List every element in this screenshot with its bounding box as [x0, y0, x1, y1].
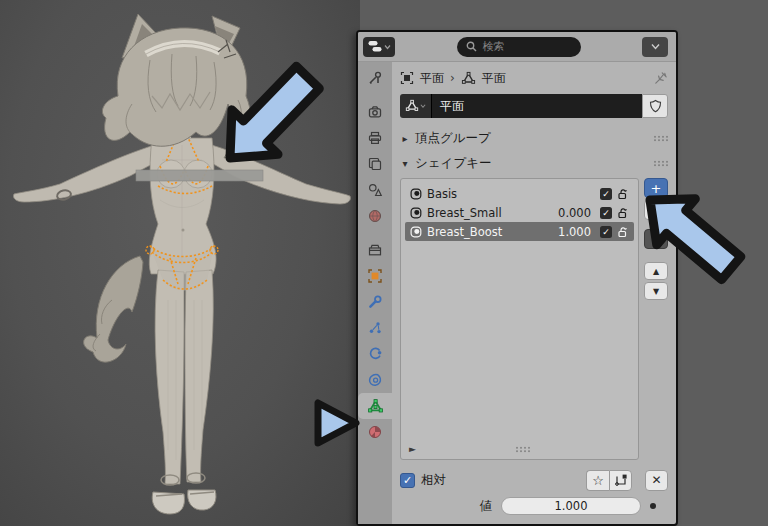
- view-layer-icon: [367, 156, 383, 172]
- vertex-groups-panel-header[interactable]: ▸ 頂点グループ: [400, 126, 668, 151]
- tab-collection[interactable]: [358, 237, 392, 263]
- shape-key-enable-checkbox[interactable]: ✓: [600, 207, 612, 219]
- fake-user-button[interactable]: [642, 94, 668, 118]
- unlock-icon[interactable]: [617, 226, 629, 238]
- shape-key-list-buttons: + − ▲ ▼: [644, 178, 668, 460]
- tab-particles[interactable]: [358, 315, 392, 341]
- properties-editor-window: 検索: [356, 30, 678, 526]
- chevron-down-icon: [651, 236, 661, 243]
- tab-output[interactable]: [358, 125, 392, 151]
- mesh-data-icon: [405, 99, 419, 113]
- list-filter-expand-icon[interactable]: ►: [409, 444, 416, 454]
- shape-key-value[interactable]: 0.000: [545, 206, 591, 220]
- shape-key-specials-button[interactable]: [644, 229, 668, 249]
- object-icon: [400, 71, 414, 85]
- particles-icon: [367, 320, 383, 336]
- tab-object[interactable]: [358, 263, 392, 289]
- tab-tool[interactable]: [358, 65, 392, 91]
- list-resize-grip[interactable]: [515, 446, 531, 453]
- tab-material[interactable]: [358, 419, 392, 445]
- shape-key-name: Breast_Boost: [427, 225, 540, 239]
- properties-editor-icon: [368, 40, 383, 53]
- add-shape-key-button[interactable]: +: [644, 178, 668, 198]
- tool-icon: [367, 70, 383, 86]
- shape-key-enable-checkbox[interactable]: ✓: [600, 188, 612, 200]
- shape-key-edit-mode-button[interactable]: [609, 470, 632, 491]
- editor-type-button[interactable]: [363, 37, 395, 57]
- shape-keys-area: Basis ✓: [400, 178, 668, 460]
- object-icon: [367, 268, 383, 284]
- remove-shape-key-button[interactable]: −: [644, 200, 668, 220]
- shape-key-edit-icon: [614, 473, 628, 487]
- tab-modifiers[interactable]: [358, 289, 392, 315]
- shapekey-icon: [410, 207, 422, 219]
- list-footer: ►: [405, 441, 634, 457]
- shape-key-row-breast-small[interactable]: Breast_Small 0.000 ✓: [405, 203, 634, 222]
- unlock-icon[interactable]: [617, 188, 629, 200]
- physics-icon: [367, 346, 383, 362]
- panel-grip-icon[interactable]: [653, 160, 668, 167]
- tab-world[interactable]: [358, 203, 392, 229]
- shape-keys-title: シェイプキー: [415, 155, 491, 172]
- scene-icon: [367, 182, 383, 198]
- shapekey-icon: [410, 226, 422, 238]
- shape-key-name: Breast_Small: [427, 206, 540, 220]
- shape-keys-panel-header[interactable]: ▾ シェイプキー: [400, 151, 668, 176]
- relative-checkbox[interactable]: ✓: [400, 473, 415, 488]
- modifier-wrench-icon: [367, 294, 383, 310]
- mesh-data-icon: [461, 71, 476, 86]
- output-printer-icon: [367, 130, 383, 146]
- value-slider[interactable]: 1.000: [501, 497, 641, 515]
- collapsed-arrow-icon: ▸: [400, 133, 410, 144]
- shape-key-value[interactable]: 1.000: [545, 225, 591, 239]
- shape-key-list: Basis ✓: [400, 178, 639, 460]
- breadcrumb-separator: ›: [450, 71, 455, 85]
- properties-tab-column: [358, 62, 392, 524]
- render-camera-icon: [367, 104, 383, 120]
- expanded-arrow-icon: ▾: [400, 158, 410, 169]
- value-label: 値: [480, 498, 493, 515]
- search-icon: [466, 41, 477, 52]
- close-button[interactable]: ✕: [645, 470, 668, 491]
- mesh-name-input[interactable]: 平面: [432, 94, 642, 118]
- shape-key-enable-checkbox[interactable]: ✓: [600, 226, 612, 238]
- tab-view-layer[interactable]: [358, 151, 392, 177]
- pin-icon[interactable]: [654, 71, 668, 85]
- move-shape-key-up-button[interactable]: ▲: [644, 262, 668, 280]
- move-shape-key-down-button[interactable]: ▼: [644, 282, 668, 300]
- breadcrumb-object-label[interactable]: 平面: [420, 70, 444, 87]
- vertex-groups-title: 頂点グループ: [415, 130, 491, 147]
- keyframe-dot-icon[interactable]: [650, 503, 656, 509]
- star-button[interactable]: ☆: [586, 470, 609, 491]
- tab-constraints[interactable]: [358, 367, 392, 393]
- tab-object-data[interactable]: [358, 393, 392, 419]
- unlock-icon[interactable]: [617, 207, 629, 219]
- character-model: [0, 0, 360, 526]
- shapekey-icon: [410, 188, 422, 200]
- mesh-name-row: 平面: [400, 94, 668, 118]
- material-icon: [367, 424, 383, 440]
- blender-screenshot: { "colors": { "accent_blue": "#4772b3", …: [0, 0, 768, 526]
- relative-label: 相対: [421, 472, 446, 489]
- 3d-viewport[interactable]: [0, 0, 360, 526]
- shield-icon: [649, 99, 662, 113]
- search-input[interactable]: 検索: [457, 37, 581, 57]
- shape-key-row-basis[interactable]: Basis ✓: [405, 184, 634, 203]
- value-row: 値 1.000: [400, 494, 668, 518]
- tab-scene[interactable]: [358, 177, 392, 203]
- mesh-data-dropdown-button[interactable]: [400, 94, 432, 118]
- tab-render[interactable]: [358, 99, 392, 125]
- properties-header: 検索: [358, 32, 676, 62]
- shape-key-row-breast-boost[interactable]: Breast_Boost 1.000 ✓: [405, 222, 634, 241]
- properties-content: 平面 › 平面: [392, 62, 676, 524]
- breadcrumb: 平面 › 平面: [400, 65, 668, 91]
- collection-box-icon: [367, 242, 383, 258]
- header-dropdown-button[interactable]: [642, 37, 668, 57]
- object-data-mesh-icon: [367, 398, 384, 415]
- breadcrumb-data-label[interactable]: 平面: [482, 70, 506, 87]
- relative-row: ✓ 相対 ☆ ✕: [400, 469, 668, 491]
- panel-grip-icon[interactable]: [653, 135, 668, 142]
- chevron-down-icon: [651, 43, 660, 50]
- tab-physics[interactable]: [358, 341, 392, 367]
- constraints-icon: [367, 372, 383, 388]
